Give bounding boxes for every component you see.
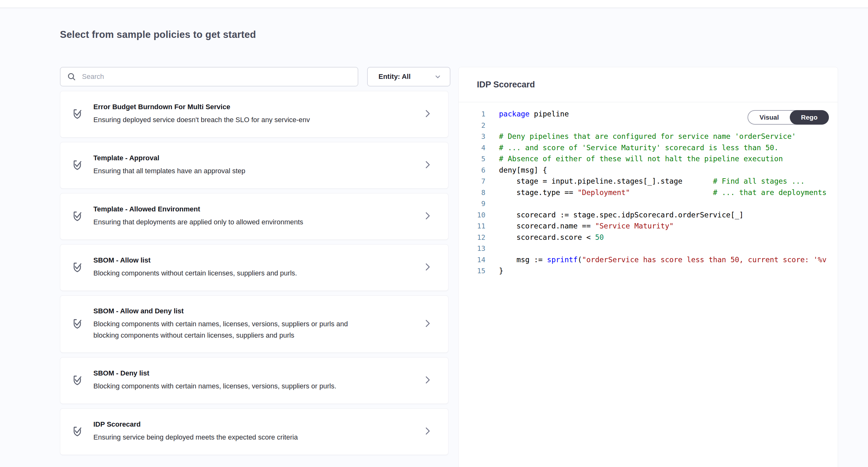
code-line: 5 # Absence of either of these will not … bbox=[459, 153, 838, 165]
line-number: 6 bbox=[459, 165, 486, 176]
shield-check-icon bbox=[70, 261, 84, 274]
code-line-content: scorecard.score < 50 bbox=[495, 232, 838, 243]
shield-check-icon bbox=[70, 209, 84, 224]
page-title: Select from sample policies to get start… bbox=[60, 29, 256, 40]
line-number: 10 bbox=[459, 209, 486, 221]
policy-card[interactable]: SBOM - Deny list Blocking components wit… bbox=[60, 357, 448, 404]
shield-check-icon bbox=[70, 374, 84, 387]
entity-filter-dropdown[interactable]: Entity: All bbox=[367, 67, 451, 86]
line-number: 2 bbox=[459, 120, 486, 131]
list-controls: Entity: All bbox=[60, 67, 451, 86]
policy-title: Error Budget Burndown For Multi Service bbox=[93, 103, 310, 111]
policy-description: Ensuring service being deployed meets th… bbox=[93, 432, 298, 443]
search-box[interactable] bbox=[60, 67, 358, 86]
chevron-right-icon bbox=[422, 261, 433, 274]
code-line: 10 scorecard := stage.spec.idpScorecard.… bbox=[459, 209, 838, 221]
code-line-content: stage.type == "Deployment" # ... that ar… bbox=[495, 187, 838, 199]
policy-card-text: Template - Allowed Environment Ensuring … bbox=[93, 205, 303, 228]
search-input[interactable] bbox=[82, 72, 351, 81]
line-number: 15 bbox=[459, 265, 486, 277]
code-line-content: deny[msg] { bbox=[495, 165, 838, 176]
code-editor[interactable]: 1 package pipeline 2 3 # Deny pipelines … bbox=[459, 102, 838, 277]
policy-card-text: SBOM - Deny list Blocking components wit… bbox=[93, 369, 336, 392]
code-line: 12 scorecard.score < 50 bbox=[459, 232, 838, 243]
code-line-content: msg := sprintf("orderService has score l… bbox=[495, 254, 838, 266]
policy-list[interactable]: Error Budget Burndown For Multi Service … bbox=[60, 91, 448, 467]
policy-preview-panel: IDP Scorecard Visual Rego 1 package pipe… bbox=[458, 67, 838, 467]
policy-title: SBOM - Allow list bbox=[93, 256, 297, 264]
code-line-content bbox=[495, 198, 838, 209]
policy-card-text: Template - Approval Ensuring that all te… bbox=[93, 154, 245, 177]
code-line: 11 scorecard.name == "Service Maturity" bbox=[459, 221, 838, 232]
search-icon bbox=[67, 72, 76, 81]
code-line: 13 bbox=[459, 243, 838, 254]
line-number: 1 bbox=[459, 109, 486, 120]
shield-check-icon bbox=[70, 317, 84, 331]
code-line: 9 bbox=[459, 198, 838, 209]
code-line: 14 msg := sprintf("orderService has scor… bbox=[459, 254, 838, 266]
code-line: 15 } bbox=[459, 265, 838, 277]
policy-card-text: Error Budget Burndown For Multi Service … bbox=[93, 103, 310, 125]
policy-title: IDP Scorecard bbox=[93, 420, 298, 429]
code-line-content: # ... and score of 'Service Maturity' sc… bbox=[495, 142, 838, 154]
chevron-right-icon bbox=[422, 108, 433, 120]
shield-check-icon bbox=[70, 425, 84, 439]
line-number: 7 bbox=[459, 176, 486, 187]
preview-header: IDP Scorecard bbox=[459, 67, 838, 102]
code-line-content: stage = input.pipeline.stages[_].stage #… bbox=[495, 176, 838, 187]
toggle-option-rego[interactable]: Rego bbox=[790, 110, 829, 125]
code-line: 8 stage.type == "Deployment" # ... that … bbox=[459, 187, 838, 199]
code-line-content: # Deny pipelines that are configured for… bbox=[495, 131, 838, 142]
policy-description: Blocking components without certain lice… bbox=[93, 268, 297, 279]
policy-title: Template - Allowed Environment bbox=[93, 205, 303, 213]
policy-card[interactable]: SBOM - Allow and Deny list Blocking comp… bbox=[60, 295, 448, 353]
entity-filter-label: Entity: All bbox=[378, 72, 433, 81]
code-line-content: # Absence of either of these will not ha… bbox=[495, 153, 838, 165]
code-line-content bbox=[495, 243, 838, 254]
shield-check-icon bbox=[70, 107, 84, 121]
policy-description: Ensuring that all templates have an appr… bbox=[93, 165, 245, 177]
policy-card[interactable]: SBOM - Allow list Blocking components wi… bbox=[60, 244, 448, 291]
policy-card[interactable]: Error Budget Burndown For Multi Service … bbox=[60, 91, 448, 138]
line-number: 3 bbox=[459, 131, 486, 142]
policy-card-text: IDP Scorecard Ensuring service being dep… bbox=[93, 420, 298, 443]
code-line-content: scorecard.name == "Service Maturity" bbox=[495, 221, 838, 232]
code-line: 7 stage = input.pipeline.stages[_].stage… bbox=[459, 176, 838, 187]
policy-description: Ensuring deployed service doesn't breach… bbox=[93, 114, 310, 125]
chevron-right-icon bbox=[422, 318, 433, 330]
line-number: 12 bbox=[459, 232, 486, 243]
line-number: 8 bbox=[459, 187, 486, 199]
policy-card[interactable]: IDP Scorecard Ensuring service being dep… bbox=[60, 408, 448, 455]
line-number: 5 bbox=[459, 153, 486, 165]
code-line-content: scorecard := stage.spec.idpScorecard.ord… bbox=[495, 209, 838, 221]
line-number: 4 bbox=[459, 142, 486, 154]
line-number: 11 bbox=[459, 221, 486, 232]
policy-card[interactable]: Template - Allowed Environment Ensuring … bbox=[60, 193, 448, 240]
chevron-down-icon bbox=[433, 72, 442, 81]
chevron-right-icon bbox=[422, 210, 433, 223]
policy-description: Blocking components with certain names, … bbox=[93, 381, 336, 392]
visual-rego-toggle[interactable]: Visual Rego bbox=[747, 110, 829, 125]
policy-card[interactable]: Template - Approval Ensuring that all te… bbox=[60, 142, 448, 189]
line-number: 14 bbox=[459, 254, 486, 266]
policy-title: SBOM - Deny list bbox=[93, 369, 336, 377]
top-bar bbox=[0, 0, 868, 8]
toggle-option-visual[interactable]: Visual bbox=[748, 111, 790, 124]
line-number: 9 bbox=[459, 198, 486, 209]
policy-title: SBOM - Allow and Deny list bbox=[93, 307, 371, 315]
code-line: 4 # ... and score of 'Service Maturity' … bbox=[459, 142, 838, 154]
chevron-right-icon bbox=[422, 159, 433, 172]
shield-check-icon bbox=[70, 158, 84, 172]
code-line: 3 # Deny pipelines that are configured f… bbox=[459, 131, 838, 142]
code-line-content: } bbox=[495, 265, 838, 277]
code-line: 6 deny[msg] { bbox=[459, 165, 838, 176]
policy-card-text: SBOM - Allow and Deny list Blocking comp… bbox=[93, 307, 371, 341]
policy-title: Template - Approval bbox=[93, 154, 245, 162]
policy-card-text: SBOM - Allow list Blocking components wi… bbox=[93, 256, 297, 279]
chevron-right-icon bbox=[422, 374, 433, 387]
chevron-right-icon bbox=[422, 425, 433, 438]
policy-description: Blocking components with certain names, … bbox=[93, 318, 371, 341]
policy-description: Ensuring that deployments are applied on… bbox=[93, 216, 303, 228]
preview-title: IDP Scorecard bbox=[477, 80, 535, 90]
line-number: 13 bbox=[459, 243, 486, 254]
